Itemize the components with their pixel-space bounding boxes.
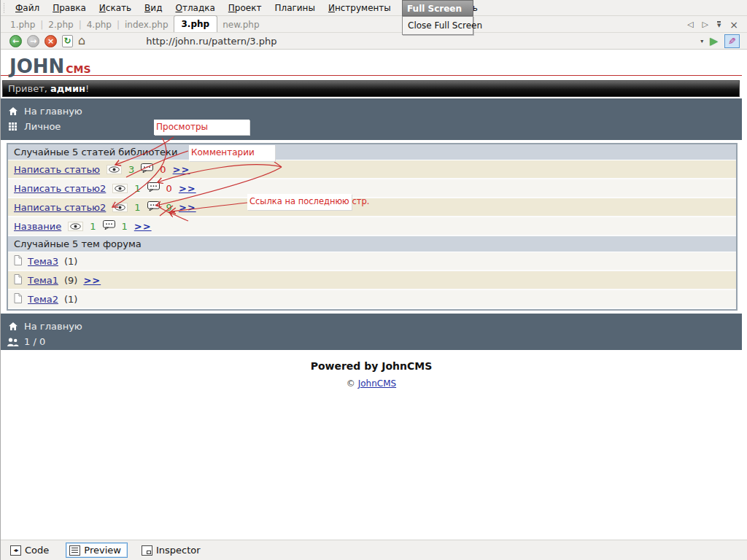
back-icon[interactable]: ← (9, 35, 22, 47)
nav-item-label: На главную (24, 106, 82, 117)
home-icon[interactable]: ⌂ (78, 35, 85, 47)
menu-item-close-fullscreen[interactable]: Close Full Screen (403, 18, 472, 34)
copyright-symbol: © (347, 378, 355, 389)
tab-close-icon[interactable]: × (729, 20, 738, 29)
last-page-link[interactable]: >> (83, 275, 101, 286)
copyright-link[interactable]: JohnCMS (358, 378, 396, 389)
copyright-line: © JohnCMS (1, 378, 742, 389)
logo-divider (1, 75, 742, 76)
views-count: 1 (134, 202, 140, 213)
article-link[interactable]: Название (14, 221, 61, 232)
view-tab-code[interactable]: ◂▸Code (7, 542, 55, 558)
johncms-site: JOHNCMS Привет, админ! На главнуюЛичное … (1, 50, 742, 389)
forward-icon[interactable]: → (27, 35, 39, 47)
editor-tab-3.php[interactable]: 3.php (174, 15, 218, 32)
forum-topic-link[interactable]: Тема1 (28, 275, 58, 286)
comment-icon (103, 220, 115, 232)
menu-item-файл[interactable]: Файл (9, 1, 46, 15)
fullscreen-menu: Full Screen Close Full Screen (402, 0, 473, 35)
article-row: Написать статью30>> (8, 160, 736, 179)
page-icon (14, 255, 22, 268)
code-icon: ◂▸ (10, 545, 21, 556)
forum-topic-row: Тема2(1) (8, 290, 736, 309)
logo-cms-text: CMS (66, 63, 90, 75)
comments-count: 0 (160, 164, 166, 175)
article-link[interactable]: Написать статью (14, 164, 100, 175)
menu-item-инструменты[interactable]: Инструменты (322, 1, 398, 15)
content-box: Случайные 5 статей библиотеки Написать с… (7, 143, 738, 311)
inspector-icon (142, 545, 152, 556)
page-icon (14, 293, 22, 306)
tab-controls: ◁ ▷ ▼ × (687, 20, 747, 32)
run-icon[interactable]: ▶ (710, 35, 718, 47)
refresh-icon[interactable]: ↻ (62, 35, 73, 47)
last-page-link[interactable]: >> (173, 164, 190, 175)
nav-item[interactable]: На главную (7, 319, 742, 334)
home-icon (7, 322, 19, 331)
editor-tab-1.php[interactable]: 1.php (5, 17, 40, 32)
address-text[interactable]: http://john.ru/pattern/3.php (146, 36, 276, 47)
forum-topic-row: Тема3(1) (8, 252, 736, 271)
view-tab-preview[interactable]: Preview (66, 542, 128, 558)
browser-toolbar: ← → × ↻ ⌂ http://john.ru/pattern/3.php ▾… (1, 33, 747, 50)
edit-pencil-icon[interactable]: ✎ (724, 34, 740, 48)
view-switcher: ◂▸CodePreviewInspector (1, 540, 747, 560)
comment-icon (141, 163, 153, 175)
eye-icon (107, 165, 122, 174)
view-tab-inspector[interactable]: Inspector (138, 542, 207, 558)
topic-post-count: (9) (64, 275, 77, 286)
tab-scroll-right-icon[interactable]: ▷ (702, 20, 708, 29)
nav-item[interactable]: Личное (7, 119, 742, 134)
last-page-link[interactable]: >> (179, 183, 196, 194)
annotation-comments-label: Комментарии (189, 145, 275, 161)
pencil-glyph: ✎ (728, 35, 736, 47)
article-link[interactable]: Написать статью2 (14, 202, 106, 213)
nav-item[interactable]: 1 / 0 (7, 334, 742, 349)
editor-tab-2.php[interactable]: 2.php (43, 17, 78, 32)
nav-item-label: На главную (24, 321, 82, 332)
tab-list-icon[interactable]: ▼ (717, 21, 721, 28)
view-tab-label: Code (25, 545, 49, 556)
forum-topic-link[interactable]: Тема2 (28, 294, 58, 305)
nav-item-label: Личное (24, 121, 61, 132)
menu-bar: ФайлПравкаИскатьВидОтладкаПроектПлагиныИ… (1, 0, 747, 16)
menu-item-проект[interactable]: Проект (222, 1, 268, 15)
dropdown-caret-icon[interactable]: ▾ (700, 38, 703, 44)
menu-item-вид[interactable]: Вид (138, 1, 169, 15)
last-page-link[interactable]: >> (179, 202, 196, 213)
menu-item-искать[interactable]: Искать (93, 1, 138, 15)
tab-scroll-left-icon[interactable]: ◁ (687, 20, 693, 29)
preview-icon (69, 545, 80, 556)
topic-post-count: (1) (64, 294, 77, 305)
views-count: 3 (128, 164, 134, 175)
comment-icon (147, 182, 160, 194)
greeting-bar: Привет, админ! (2, 80, 740, 97)
comments-count: 1 (122, 221, 128, 232)
nav-item[interactable]: На главную (7, 104, 742, 119)
forum-topic-link[interactable]: Тема3 (28, 256, 58, 267)
toolbar-grip-icon[interactable] (2, 2, 6, 14)
editor-tab-new.php[interactable]: new.php (217, 17, 264, 32)
menu-item-отладка[interactable]: Отладка (169, 1, 221, 15)
views-count: 1 (90, 221, 96, 232)
eye-icon (112, 203, 128, 212)
last-page-link[interactable]: >> (134, 221, 152, 232)
article-row: Название11>> (8, 217, 736, 236)
article-link[interactable]: Написать статью2 (14, 183, 106, 194)
editor-tabs: 1.php|2.php|4.php|index.php3.phpnew.php (1, 16, 265, 32)
menu-item-правка[interactable]: Правка (46, 1, 93, 15)
powered-by-text: Powered by JohnCMS (1, 360, 742, 372)
stop-icon[interactable]: × (44, 35, 57, 47)
grid-icon (7, 122, 19, 131)
editor-tab-4.php[interactable]: 4.php (82, 17, 117, 32)
annotation-views-label: Просмотры (154, 120, 249, 135)
comments-count: 9 (166, 202, 172, 213)
fullscreen-button[interactable]: Full Screen (402, 0, 473, 16)
menu-item-плагины[interactable]: Плагины (268, 1, 321, 15)
users-icon (7, 338, 19, 346)
views-count: 1 (134, 183, 140, 194)
editor-tab-index.php[interactable]: index.php (120, 17, 173, 32)
nav-item-label: 1 / 0 (24, 336, 45, 347)
preview-pane: JOHNCMS Привет, админ! На главнуюЛичное … (1, 50, 747, 540)
article-row: Написать статью210>> (8, 179, 736, 198)
